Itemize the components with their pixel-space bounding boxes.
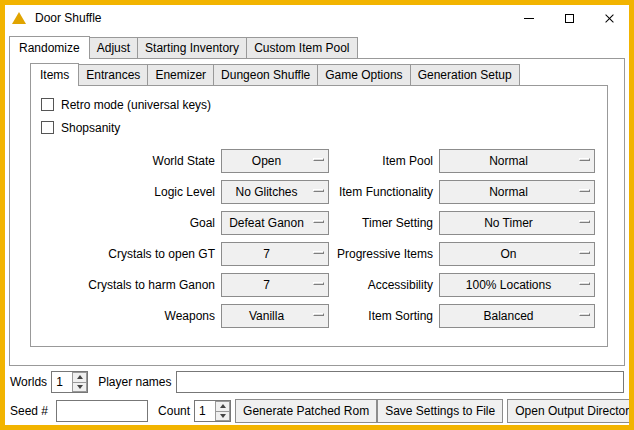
timer-setting-dropdown[interactable]: No Timer	[439, 211, 595, 235]
dropdown-indicator-icon	[579, 189, 590, 192]
player-names-label: Player names	[98, 375, 171, 389]
count-spin-up[interactable]	[215, 401, 230, 412]
dropdown-indicator-icon	[313, 313, 324, 316]
weapons-dropdown[interactable]: Vanilla	[221, 304, 329, 328]
triangle-down-icon	[220, 414, 226, 418]
weapons-label: Weapons	[31, 309, 215, 323]
seed-input[interactable]	[56, 400, 148, 422]
tab-generation-setup[interactable]: Generation Setup	[410, 64, 520, 85]
item-pool-value: Normal	[489, 154, 528, 168]
world-state-value: Open	[252, 154, 281, 168]
tab-starting-inventory[interactable]: Starting Inventory	[137, 37, 247, 58]
crystals-ganon-dropdown[interactable]: 7	[221, 273, 329, 297]
shopsanity-row: Shopsanity	[41, 116, 607, 139]
open-output-directory-button[interactable]: Open Output Directory	[507, 399, 634, 423]
shopsanity-label: Shopsanity	[61, 121, 120, 135]
count-spinbox[interactable]: 1	[194, 400, 231, 422]
tab-enemizer[interactable]: Enemizer	[147, 64, 214, 85]
count-spin-buttons	[215, 401, 230, 421]
retro-mode-row: Retro mode (universal keys)	[41, 93, 607, 116]
minimize-icon	[524, 18, 534, 19]
count-spin-down[interactable]	[215, 412, 230, 422]
triangle-down-icon	[77, 385, 83, 389]
worlds-spin-up[interactable]	[72, 372, 87, 383]
minimize-button[interactable]	[509, 5, 549, 31]
progressive-items-value: On	[500, 247, 516, 261]
logic-level-value: No Glitches	[235, 185, 297, 199]
goal-value: Defeat Ganon	[229, 216, 304, 230]
bottom-panel: Worlds 1 Player names Seed # Count 1	[5, 370, 629, 424]
count-value: 1	[195, 401, 215, 421]
crystals-gt-value: 7	[263, 247, 270, 261]
tab-items[interactable]: Items	[30, 63, 79, 86]
item-pool-dropdown[interactable]: Normal	[439, 149, 595, 173]
timer-setting-label: Timer Setting	[329, 216, 433, 230]
maximize-button[interactable]	[549, 5, 589, 31]
maximize-icon	[565, 14, 574, 23]
seed-row: Seed # Count 1 Generate Patched Rom Save…	[10, 398, 624, 424]
tab-custom-item-pool[interactable]: Custom Item Pool	[246, 37, 357, 58]
app-icon	[12, 12, 26, 24]
weapons-value: Vanilla	[249, 309, 284, 323]
titlebar: Door Shuffle	[5, 5, 629, 31]
door-shuffle-window: Door Shuffle Randomize Adjust Starting I…	[0, 0, 634, 430]
goal-dropdown[interactable]: Defeat Ganon	[221, 211, 329, 235]
inner-tab-bar: Items Entrances Enemizer Dungeon Shuffle…	[30, 63, 624, 85]
worlds-label: Worlds	[10, 375, 47, 389]
dropdown-indicator-icon	[313, 251, 324, 254]
item-pool-label: Item Pool	[329, 154, 433, 168]
generate-patched-rom-button[interactable]: Generate Patched Rom	[235, 399, 377, 423]
accessibility-dropdown[interactable]: 100% Locations	[439, 273, 595, 297]
field-row: Weapons Vanilla Item Sorting Balanced	[31, 300, 607, 331]
window-title: Door Shuffle	[35, 11, 102, 25]
goal-label: Goal	[31, 216, 215, 230]
save-settings-button[interactable]: Save Settings to File	[377, 399, 503, 423]
crystals-ganon-value: 7	[263, 278, 270, 292]
dropdown-indicator-icon	[579, 313, 590, 316]
close-icon	[604, 13, 615, 24]
field-row: Crystals to harm Ganon 7 Accessibility 1…	[31, 269, 607, 300]
item-sorting-dropdown[interactable]: Balanced	[439, 304, 595, 328]
crystals-ganon-label: Crystals to harm Ganon	[31, 278, 215, 292]
item-functionality-value: Normal	[489, 185, 528, 199]
retro-mode-label: Retro mode (universal keys)	[61, 98, 211, 112]
settings-grid: World State Open Item Pool Normal Logic …	[31, 145, 607, 331]
tab-randomize[interactable]: Randomize	[9, 36, 90, 59]
retro-mode-checkbox[interactable]	[41, 98, 54, 111]
seed-label: Seed #	[10, 404, 48, 418]
field-row: Logic Level No Glitches Item Functionali…	[31, 176, 607, 207]
tab-dungeon-shuffle[interactable]: Dungeon Shuffle	[213, 64, 318, 85]
caption-buttons	[509, 5, 629, 31]
tab-entrances[interactable]: Entrances	[78, 64, 148, 85]
progressive-items-dropdown[interactable]: On	[439, 242, 595, 266]
outer-tab-bar: Randomize Adjust Starting Inventory Cust…	[9, 36, 625, 58]
triangle-up-icon	[77, 375, 83, 379]
dropdown-indicator-icon	[579, 251, 590, 254]
world-state-dropdown[interactable]: Open	[221, 149, 329, 173]
dropdown-indicator-icon	[313, 158, 324, 161]
item-functionality-dropdown[interactable]: Normal	[439, 180, 595, 204]
count-label: Count	[158, 404, 190, 418]
dropdown-indicator-icon	[579, 158, 590, 161]
item-sorting-value: Balanced	[483, 309, 533, 323]
crystals-gt-label: Crystals to open GT	[31, 247, 215, 261]
progressive-items-label: Progressive Items	[329, 247, 433, 261]
crystals-gt-dropdown[interactable]: 7	[221, 242, 329, 266]
dropdown-indicator-icon	[579, 282, 590, 285]
player-names-input[interactable]	[176, 371, 625, 393]
worlds-spin-buttons	[72, 372, 87, 392]
tab-game-options[interactable]: Game Options	[317, 64, 410, 85]
accessibility-label: Accessibility	[329, 278, 433, 292]
worlds-value: 1	[52, 372, 72, 392]
dropdown-indicator-icon	[313, 220, 324, 223]
dropdown-indicator-icon	[313, 189, 324, 192]
tab-adjust[interactable]: Adjust	[89, 37, 138, 58]
worlds-spin-down[interactable]	[72, 383, 87, 393]
worlds-row: Worlds 1 Player names	[10, 370, 624, 394]
dropdown-indicator-icon	[579, 220, 590, 223]
close-button[interactable]	[589, 5, 629, 31]
shopsanity-checkbox[interactable]	[41, 121, 54, 134]
worlds-spinbox[interactable]: 1	[51, 371, 88, 393]
logic-level-dropdown[interactable]: No Glitches	[221, 180, 329, 204]
item-functionality-label: Item Functionality	[329, 185, 433, 199]
